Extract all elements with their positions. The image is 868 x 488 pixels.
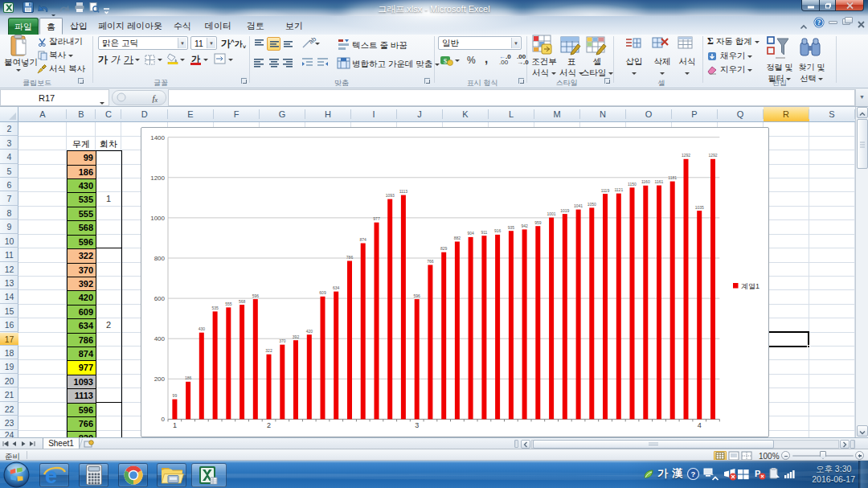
svg-text:1160: 1160	[641, 179, 650, 184]
svg-text:829: 829	[440, 246, 448, 251]
svg-text:200: 200	[154, 375, 166, 383]
svg-text:2: 2	[267, 421, 271, 429]
svg-text:392: 392	[293, 334, 300, 339]
svg-text:596: 596	[252, 293, 260, 298]
svg-text:911: 911	[481, 230, 487, 235]
svg-text:600: 600	[154, 295, 166, 302]
svg-text:766: 766	[427, 259, 434, 264]
svg-text:977: 977	[373, 216, 380, 221]
svg-text:935: 935	[508, 225, 515, 230]
svg-text:1150: 1150	[628, 182, 637, 187]
svg-text:1050: 1050	[588, 202, 596, 207]
svg-text:800: 800	[154, 255, 166, 262]
svg-text:1093: 1093	[386, 193, 395, 198]
svg-text:186: 186	[185, 375, 192, 380]
svg-text:1000: 1000	[150, 215, 165, 222]
svg-text:1292: 1292	[682, 153, 690, 158]
svg-text:0: 0	[162, 416, 166, 423]
svg-text:1001: 1001	[547, 211, 556, 216]
svg-text:874: 874	[360, 237, 367, 242]
svg-text:370: 370	[279, 338, 286, 343]
svg-text:634: 634	[333, 285, 340, 290]
svg-text:1119: 1119	[601, 188, 610, 193]
svg-text:?: ?	[817, 18, 821, 27]
svg-text:1113: 1113	[399, 189, 408, 194]
svg-text:420: 420	[306, 329, 313, 334]
svg-text:$: $	[444, 57, 448, 65]
svg-text:1035: 1035	[695, 205, 704, 210]
svg-text:fx: fx	[152, 93, 158, 104]
svg-text:1400: 1400	[150, 134, 165, 141]
svg-text:계열1: 계열1	[741, 282, 760, 290]
svg-text:786: 786	[346, 255, 354, 260]
svg-text:609: 609	[319, 290, 326, 295]
svg-text:555: 555	[225, 301, 232, 306]
svg-text:430: 430	[199, 326, 206, 331]
svg-text:882: 882	[454, 236, 461, 240]
svg-text:916: 916	[494, 228, 502, 233]
svg-text:322: 322	[265, 348, 272, 353]
svg-text:1181: 1181	[668, 175, 677, 180]
svg-text:1161: 1161	[655, 179, 664, 184]
svg-text:1200: 1200	[150, 174, 165, 182]
svg-text:1: 1	[173, 421, 177, 429]
svg-text:99: 99	[173, 393, 178, 398]
svg-text:904: 904	[467, 231, 474, 236]
svg-text:959: 959	[534, 220, 542, 225]
svg-text:596: 596	[414, 293, 421, 298]
svg-text:4: 4	[698, 421, 702, 429]
svg-text:1121: 1121	[614, 187, 623, 192]
svg-text:400: 400	[154, 335, 166, 342]
svg-text:?: ?	[691, 470, 696, 478]
svg-text:3: 3	[415, 421, 419, 429]
svg-text:942: 942	[521, 223, 528, 228]
svg-text:535: 535	[211, 306, 219, 310]
svg-text:1292: 1292	[708, 153, 717, 158]
svg-text:1019: 1019	[560, 208, 569, 213]
svg-text:568: 568	[239, 299, 246, 304]
svg-text:1041: 1041	[574, 203, 583, 208]
